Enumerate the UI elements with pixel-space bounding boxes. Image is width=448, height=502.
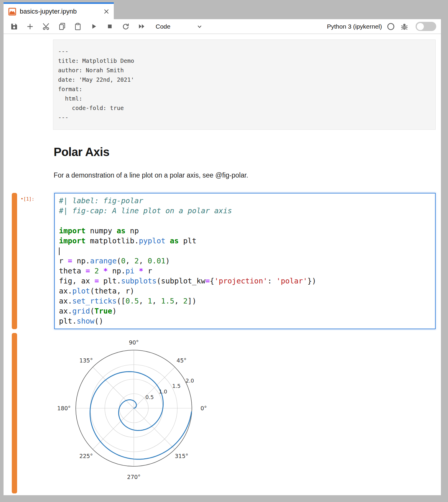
svg-text:315°: 315° — [175, 453, 188, 459]
bug-icon — [400, 22, 409, 31]
run-all-cells-button[interactable] — [136, 21, 147, 32]
execution-prompt: •[1]: — [17, 193, 54, 329]
kernel-idle-circle-icon — [387, 22, 395, 31]
notebook-file-icon — [8, 8, 16, 16]
code-line: plt.show() — [59, 316, 431, 326]
svg-text:225°: 225° — [79, 453, 93, 459]
kernel-status-indicator — [387, 22, 395, 31]
plus-icon — [26, 23, 34, 30]
code-line: fig, ax = plt.subplots(subplot_kw={'proj… — [59, 276, 431, 286]
code-line: ax.plot(theta, r) — [59, 286, 431, 296]
save-icon — [10, 23, 18, 30]
debugger-button[interactable] — [400, 22, 409, 31]
svg-text:0°: 0° — [200, 405, 207, 411]
cell-collapser[interactable] — [12, 193, 17, 329]
svg-text:45°: 45° — [177, 357, 187, 364]
simple-mode-toggle[interactable] — [416, 22, 436, 31]
svg-text:180°: 180° — [57, 405, 71, 411]
code-line: #| label: fig-polar — [59, 196, 431, 206]
copy-icon — [58, 22, 66, 30]
tab-close-button[interactable] — [103, 8, 110, 15]
cell-type-select[interactable]: Code — [156, 23, 203, 30]
cut-icon — [42, 22, 50, 30]
code-line — [59, 246, 431, 256]
markdown-heading: Polar Axis — [54, 145, 441, 158]
output-area: 0°45°90°135°180°225°270°315°0.51.01.52.0 — [17, 333, 215, 493]
output-cell: 0°45°90°135°180°225°270°315°0.51.01.52.0 — [4, 333, 441, 493]
toggle-knob — [417, 23, 424, 30]
code-line: ax.set_rticks([0.5, 1, 1.5, 2]) — [59, 296, 431, 306]
chevron-down-icon — [196, 23, 203, 30]
code-line: ax.grid(True) — [59, 306, 431, 316]
paste-cells-button[interactable] — [72, 21, 84, 32]
text-cursor — [59, 247, 60, 255]
cut-cells-button[interactable] — [40, 21, 52, 32]
tab-title: basics-jupyter.ipynb — [20, 8, 100, 15]
code-line: import matplotlib.pyplot as plt — [59, 236, 431, 246]
svg-text:2.0: 2.0 — [186, 378, 194, 384]
paste-icon — [74, 23, 82, 30]
copy-cells-button[interactable] — [56, 21, 68, 32]
code-line: import numpy as np — [59, 226, 431, 236]
stop-icon — [106, 23, 113, 30]
markdown-paragraph: For a demonstration of a line plot on a … — [54, 171, 441, 179]
restart-icon — [122, 22, 130, 30]
save-button[interactable] — [8, 21, 20, 32]
raw-cell-yaml-frontmatter[interactable]: --- title: Matplotlib Demo author: Norah… — [53, 40, 436, 130]
polar-plot-output: 0°45°90°135°180°225°270°315°0.51.01.52.0 — [54, 333, 215, 492]
notebook-toolbar: Code Python 3 (ipykernel) — [4, 19, 441, 34]
interrupt-kernel-button[interactable] — [104, 21, 116, 32]
code-line: r = np.arange(0, 2, 0.01) — [59, 256, 431, 266]
kernel-name[interactable]: Python 3 (ipykernel) — [327, 23, 382, 30]
code-cell: •[1]: #| label: fig-polar#| fig-cap: A l… — [4, 193, 441, 329]
svg-text:0.5: 0.5 — [145, 394, 154, 400]
cell-type-value: Code — [156, 23, 196, 30]
svg-text:270°: 270° — [127, 474, 141, 480]
run-cell-button[interactable] — [88, 21, 100, 32]
output-collapser[interactable] — [12, 333, 17, 493]
svg-text:1.0: 1.0 — [159, 388, 167, 395]
notebook-tab[interactable]: basics-jupyter.ipynb — [4, 2, 114, 19]
restart-kernel-button[interactable] — [120, 21, 131, 32]
insert-cell-button[interactable] — [24, 21, 36, 32]
execution-count: [1]: — [23, 196, 34, 202]
tab-bar: basics-jupyter.ipynb — [4, 2, 441, 19]
svg-text:135°: 135° — [79, 357, 93, 364]
code-line — [59, 216, 431, 226]
jupyterlab-window: basics-jupyter.ipynb — [4, 2, 441, 496]
code-line: theta = 2 * np.pi * r — [59, 266, 431, 276]
notebook-content: --- title: Matplotlib Demo author: Norah… — [4, 34, 441, 495]
code-line: #| fig-cap: A line plot on a polar axis — [59, 206, 431, 216]
svg-text:1.5: 1.5 — [172, 383, 181, 389]
run-icon — [90, 23, 98, 30]
close-icon — [103, 8, 110, 15]
fast-forward-icon — [138, 22, 146, 30]
svg-text:90°: 90° — [129, 339, 139, 346]
code-editor[interactable]: #| label: fig-polar#| fig-cap: A line pl… — [54, 193, 436, 329]
modified-dot: • — [21, 196, 23, 202]
